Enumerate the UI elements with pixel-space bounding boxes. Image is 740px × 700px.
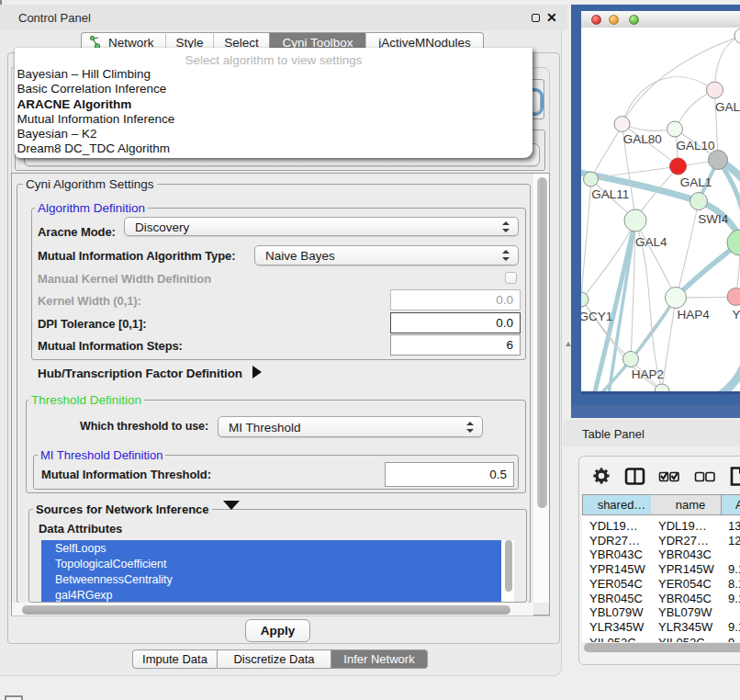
svg-text:SWI4: SWI4 [698, 212, 728, 226]
svg-text:GCY1: GCY1 [581, 310, 612, 323]
svg-text:HAP2: HAP2 [632, 367, 664, 381]
svg-text:GAL4: GAL4 [635, 235, 667, 249]
svg-text:HAP4: HAP4 [678, 308, 711, 322]
svg-text:Y: Y [733, 308, 740, 322]
svg-text:GAL11: GAL11 [591, 187, 629, 201]
svg-text:GAL1: GAL1 [680, 175, 712, 189]
svg-text:GAL80: GAL80 [623, 132, 662, 146]
svg-text:GAL10: GAL10 [677, 139, 715, 152]
svg-text:GAL7: GAL7 [715, 100, 740, 114]
